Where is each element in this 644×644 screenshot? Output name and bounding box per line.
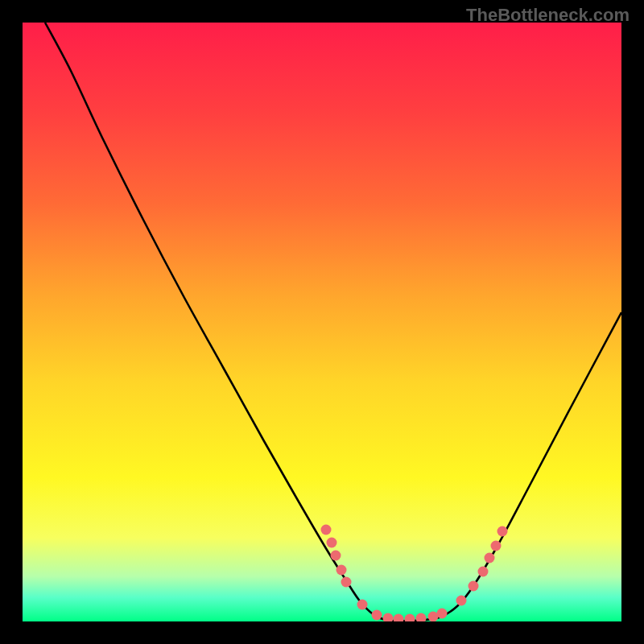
chart-container: { "attribution": "TheBottleneck.com", "c… [0,0,644,644]
gradient-bg [23,23,621,621]
plot-area [23,23,621,621]
